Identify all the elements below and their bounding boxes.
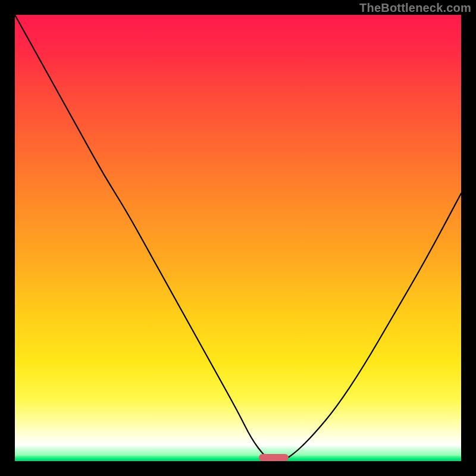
watermark-text: TheBottleneck.com: [359, 1, 471, 15]
chart-frame: TheBottleneck.com: [0, 0, 476, 476]
curve-path: [15, 15, 461, 461]
bottleneck-curve: [15, 15, 461, 461]
plot-area: [15, 15, 461, 461]
optimal-marker: [259, 454, 289, 461]
